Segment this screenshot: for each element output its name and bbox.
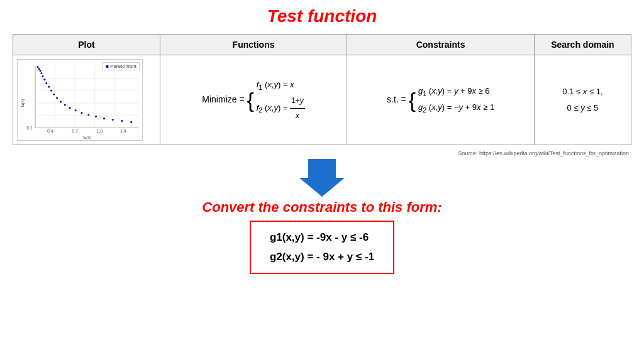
svg-point-19 xyxy=(53,94,55,96)
formula-line1: g1(x,y) = -9x - y ≤ -6 xyxy=(270,228,374,248)
page-title: Test function xyxy=(267,6,377,26)
svg-point-28 xyxy=(103,118,105,119)
svg-point-25 xyxy=(80,112,82,114)
svg-text:0.7: 0.7 xyxy=(72,129,78,133)
f1-formula: f1 (x,y) = x xyxy=(257,77,305,94)
plot-legend: Pareto front xyxy=(103,62,140,70)
plot-svg: 0.1 0.4 0.7 1.0 1.4 f₂(x) f₁(x) xyxy=(18,60,142,140)
minimize-formulas: f1 (x,y) = x f2 (x,y) = 1+yx xyxy=(257,77,305,123)
svg-point-26 xyxy=(87,114,89,116)
plot-container: Pareto front xyxy=(17,59,143,141)
left-brace: { xyxy=(247,88,253,112)
col-header-constraints: Constraints xyxy=(347,35,535,55)
svg-point-14 xyxy=(42,75,43,77)
svg-point-16 xyxy=(45,82,47,84)
svg-text:1.0: 1.0 xyxy=(97,129,103,133)
g2-formula: g2 (x,y) = −y + 9x ≥ 1 xyxy=(418,100,494,116)
arrow-head xyxy=(299,178,345,197)
svg-point-20 xyxy=(56,97,58,99)
main-table: Plot Functions Constraints Search domain… xyxy=(13,34,631,145)
svg-point-23 xyxy=(69,107,71,109)
svg-point-22 xyxy=(64,104,66,106)
formula-line2: g2(x,y) = - 9x + y ≤ -1 xyxy=(270,248,374,267)
svg-point-21 xyxy=(60,101,62,102)
svg-point-15 xyxy=(43,79,45,80)
svg-point-27 xyxy=(95,116,97,118)
page: Test function Plot Functions Constraints… xyxy=(0,0,644,362)
svg-point-29 xyxy=(112,119,114,121)
plot-cell: Pareto front xyxy=(13,55,160,145)
svg-text:0.1: 0.1 xyxy=(26,126,33,130)
arrow-section xyxy=(299,159,345,197)
constraint-formulas: g1 (x,y) = y + 9x ≥ 6 g2 (x,y) = −y + 9x… xyxy=(418,84,494,116)
svg-point-24 xyxy=(75,109,77,111)
convert-title: Convert the constraints to this form: xyxy=(202,199,441,216)
bottom-section: Convert the constraints to this form: g1… xyxy=(13,199,631,274)
down-arrow xyxy=(299,159,345,197)
col-header-plot: Plot xyxy=(13,35,160,55)
domain-line2: 0 ≤ y ≤ 5 xyxy=(543,100,622,116)
svg-point-30 xyxy=(121,120,123,122)
arrow-shaft xyxy=(308,159,336,178)
svg-text:f₁(x): f₁(x) xyxy=(83,135,91,140)
col-header-functions: Functions xyxy=(160,35,347,55)
search-domain-cell: 0.1 ≤ x ≤ 1, 0 ≤ y ≤ 5 xyxy=(534,55,631,145)
formula-box: g1(x,y) = -9x - y ≤ -6 g2(x,y) = - 9x + … xyxy=(250,221,394,274)
domain-line1: 0.1 ≤ x ≤ 1, xyxy=(543,84,622,100)
svg-point-13 xyxy=(40,72,42,74)
table-row: Pareto front xyxy=(13,55,631,145)
svg-text:f₂(x): f₂(x) xyxy=(20,99,25,107)
constraints-cell: s.t. = { g1 (x,y) = y + 9x ≥ 6 g2 (x,y) … xyxy=(347,55,535,145)
g1-formula: g1 (x,y) = y + 9x ≥ 6 xyxy=(418,84,494,100)
svg-point-10 xyxy=(37,66,39,68)
svg-point-12 xyxy=(40,70,42,72)
constraints-brace: { xyxy=(409,88,416,112)
svg-point-18 xyxy=(50,90,52,92)
col-header-search: Search domain xyxy=(534,35,631,55)
svg-text:1.4: 1.4 xyxy=(120,129,126,133)
f2-formula: f2 (x,y) = 1+yx xyxy=(257,94,305,123)
svg-text:0.4: 0.4 xyxy=(47,129,53,133)
functions-cell: Minimize = { f1 (x,y) = x f2 (x,y) = 1+y… xyxy=(160,55,347,145)
svg-point-17 xyxy=(48,86,50,88)
svg-point-11 xyxy=(38,68,40,70)
source-text: Source: https://en.wikipedia.org/wiki/Te… xyxy=(13,150,631,156)
svg-point-31 xyxy=(130,121,132,123)
